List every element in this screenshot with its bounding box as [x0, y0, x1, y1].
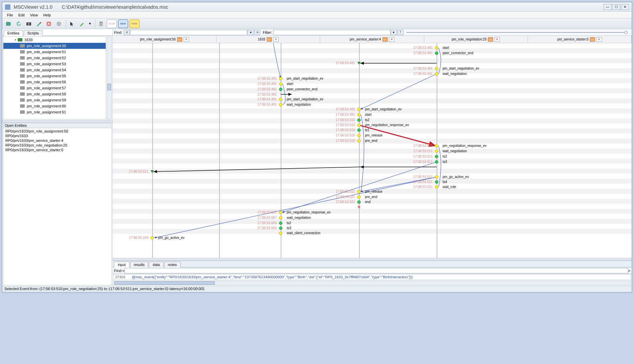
col-close-icon[interactable]: ✕	[389, 37, 394, 42]
filter-input[interactable]	[273, 30, 390, 35]
tree-item[interactable]: pm_role_assignment:51	[3, 49, 106, 55]
filter-apply-button[interactable]: !	[397, 30, 403, 35]
log-line[interactable]: 27303 @msc_event({"entity":"RP0/1633/163…	[113, 274, 631, 280]
col-expand-icon[interactable]: ▭	[177, 37, 182, 42]
timestamp: 17:06:53.655	[257, 226, 277, 230]
tree-item[interactable]: pm_role_assignment:55	[3, 73, 106, 79]
marker-button[interactable]	[34, 19, 43, 28]
toggle-labels[interactable]: label	[118, 19, 128, 28]
find-dropdown[interactable]: ▾	[248, 30, 254, 35]
msc-diagram[interactable]: start17:06:53.491 peer_connector_end17:0…	[113, 43, 632, 258]
entity-tree[interactable]: 1633 pm_role_assignment:50 pm_role_assig…	[3, 36, 106, 119]
col-close-icon[interactable]: ✕	[597, 37, 602, 42]
col-expand-icon[interactable]: ▭	[590, 37, 595, 42]
tree-scrollbar[interactable]	[107, 36, 112, 119]
menu-file[interactable]: File	[4, 13, 16, 17]
event-label: ts2	[287, 221, 291, 225]
tab-notes[interactable]: notes	[164, 262, 181, 267]
find-prev-button[interactable]: <	[124, 30, 130, 35]
close-button[interactable]: ✕	[621, 4, 629, 10]
event-label: pm_go_active_ev	[158, 236, 184, 240]
minimize-button[interactable]: ―	[604, 4, 612, 10]
toggle-notes[interactable]: Note	[129, 19, 140, 28]
tree-item[interactable]: pm_role_assignment:56	[3, 79, 106, 85]
clear-marker-button[interactable]	[44, 19, 53, 28]
tab-scripts[interactable]: Scripts	[24, 30, 42, 36]
tab-results[interactable]: results	[130, 262, 148, 267]
timestamp: 17:06:53.511	[413, 175, 433, 179]
timestamp: 17:06:53.511	[413, 144, 433, 148]
col-expand-icon[interactable]: ▭	[267, 37, 272, 42]
bottom-find-next[interactable]: >	[628, 269, 630, 273]
tree-item[interactable]: pm_role_assignment:57	[3, 85, 106, 91]
filter-label: Filter:	[263, 30, 272, 34]
timestamp: 17:06:55.019	[129, 236, 148, 240]
tab-input[interactable]: input	[114, 262, 129, 267]
zoom-slider[interactable]	[406, 30, 628, 34]
col-close-icon[interactable]: ✕	[184, 37, 189, 42]
event-label: pre_end	[365, 139, 377, 143]
snapshot-button[interactable]	[24, 19, 33, 28]
col-expand-icon[interactable]: ▭	[488, 37, 493, 42]
event-label: start	[365, 113, 371, 116]
event-label: pm_negotiation_response_ev	[443, 144, 486, 148]
menu-edit[interactable]: Edit	[16, 13, 27, 17]
toggle-timestamps[interactable]: 12:34	[107, 19, 117, 28]
left-splitter[interactable]	[2, 120, 112, 123]
svg-point-3	[28, 23, 30, 25]
timestamp: 17:06:53.511	[336, 190, 355, 193]
right-splitter[interactable]	[113, 258, 632, 261]
filter-dropdown[interactable]: ▾	[391, 30, 397, 35]
titlebar: MSCViewer v2.1.0 C:\DATA\github\mscviewe…	[2, 2, 632, 12]
bottom-find-input[interactable]	[124, 268, 628, 273]
reload-button[interactable]	[14, 19, 23, 28]
tool-dropdown[interactable]: ▾	[88, 19, 92, 28]
find-input[interactable]	[130, 30, 247, 35]
tree-item[interactable]: pm_role_assignment:53	[3, 61, 106, 67]
log-scrollbar-h[interactable]	[113, 281, 631, 285]
col-close-icon[interactable]: ✕	[494, 37, 500, 42]
tree-item[interactable]: pm_role_assignment:59	[3, 97, 106, 103]
timestamp: 17:06:53.521	[336, 195, 355, 199]
open-entity-row[interactable]: RP0/pm/1633/pm_role_negotiation:25	[5, 143, 109, 148]
menu-view[interactable]: View	[27, 13, 41, 17]
col-expand-icon[interactable]: ▭	[382, 37, 388, 42]
tree-item[interactable]: pm_role_assignment:60	[3, 103, 106, 109]
open-entity-row[interactable]: RP0/pm/1633/pm_role_assignment:50	[5, 129, 109, 133]
event-label: pm_negotiation_response_ev	[287, 210, 331, 214]
timestamp: 17:06:53.491	[413, 72, 433, 76]
tree-item[interactable]: pm_role_assignment:54	[3, 67, 106, 73]
column-header: pm_service_starter:4▭✕	[320, 36, 424, 43]
open-entity-row[interactable]: RP0/pm/1633/pm_service_starter:4	[5, 138, 109, 143]
tree-item[interactable]: pm_role_assignment:52	[3, 55, 106, 61]
svg-point-7	[58, 23, 60, 24]
timestamp: 17:06:53.491	[336, 107, 355, 111]
maximize-button[interactable]: ☐	[612, 4, 620, 10]
lifeline	[219, 43, 220, 258]
tab-data[interactable]: data	[149, 262, 163, 267]
timestamp: 17:06:53.510	[336, 139, 355, 143]
trash-button[interactable]	[97, 19, 105, 28]
timestamp: 17:06:53.511	[413, 155, 433, 158]
open-button[interactable]	[4, 19, 13, 28]
col-close-icon[interactable]: ✕	[273, 37, 279, 42]
tree-item[interactable]: pm_role_assignment:61	[3, 109, 106, 115]
tab-entities[interactable]: Entities	[4, 30, 23, 36]
highlighter-tool[interactable]	[78, 19, 86, 28]
pointer-tool[interactable]	[68, 19, 76, 28]
find-next-button[interactable]: >	[254, 30, 260, 35]
end-x-icon: ✕	[357, 205, 361, 209]
tree-node-parent[interactable]: 1633	[3, 37, 106, 43]
tree-item[interactable]: pm_role_assignment:58	[3, 91, 106, 97]
open-entity-row[interactable]: RP0/pm/1633/pm_service_starter:0	[5, 148, 109, 152]
lifeline	[359, 43, 360, 258]
left-panel: Entities Scripts 1633 pm_role_assignment…	[2, 29, 113, 286]
menu-help[interactable]: Help	[40, 13, 54, 17]
open-entities-panel: Open Entities RP0/pm/1633/pm_role_assign…	[3, 123, 112, 285]
tree-item[interactable]: pm_role_assignment:50	[3, 43, 106, 49]
right-panel: Find: < ▾ > Filter: ▾ ! pm_role_assignme…	[113, 29, 632, 286]
open-entities-title: Open Entities	[3, 123, 111, 128]
timestamp: 17:06:53.491	[413, 67, 433, 70]
open-entity-row[interactable]: RP0/pm/1633	[5, 133, 109, 138]
settings-button[interactable]	[55, 19, 63, 28]
